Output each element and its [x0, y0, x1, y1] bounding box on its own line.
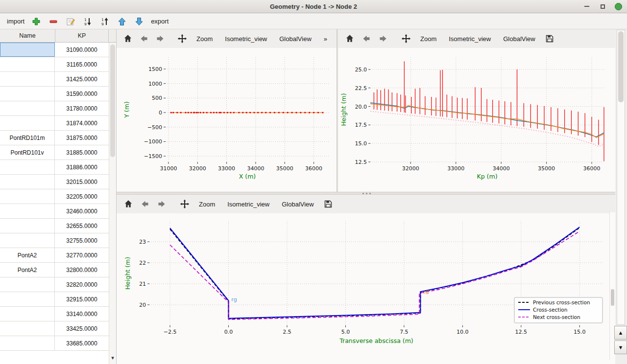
cell-name[interactable]: [0, 336, 55, 350]
isometric-view-button[interactable]: Isometric_view: [220, 33, 271, 45]
cell-name[interactable]: [0, 321, 55, 336]
import-button[interactable]: import: [7, 18, 24, 25]
table-row[interactable]: 32460.0000: [0, 204, 109, 219]
cell-name[interactable]: PontA2: [0, 248, 55, 262]
pan-button[interactable]: [176, 32, 189, 46]
cell-kp[interactable]: 31165.0000: [55, 57, 109, 71]
move-up-button[interactable]: [117, 16, 127, 27]
home-button[interactable]: [121, 32, 134, 46]
table-row[interactable]: PontA232770.0000: [0, 248, 109, 263]
edit-button[interactable]: [65, 16, 76, 27]
zoom-button[interactable]: Zoom: [192, 33, 217, 45]
cell-kp[interactable]: 33140.0000: [55, 307, 109, 321]
cell-name[interactable]: [0, 219, 55, 233]
close-button[interactable]: [614, 2, 622, 10]
column-header-kp[interactable]: KP: [55, 29, 109, 42]
cell-kp[interactable]: 33685.0000: [55, 336, 109, 350]
cell-name[interactable]: [0, 277, 55, 292]
table-row[interactable]: 33425.0000: [0, 321, 109, 336]
cell-kp[interactable]: 31090.0000: [55, 43, 109, 57]
cell-kp[interactable]: 32820.0000: [55, 277, 109, 292]
cell-kp[interactable]: 32655.0000: [55, 219, 109, 233]
maximize-button[interactable]: [599, 2, 606, 10]
forward-button[interactable]: [155, 198, 168, 211]
isometric-view-button[interactable]: Isometric_view: [223, 199, 274, 210]
cell-kp[interactable]: 31425.0000: [55, 72, 109, 86]
cell-name[interactable]: [0, 87, 55, 101]
window-scrollbar-thumb[interactable]: [618, 31, 624, 102]
delete-row-button[interactable]: [48, 16, 59, 27]
globalview-button[interactable]: GlobalView: [277, 199, 318, 210]
globalview-button[interactable]: GlobalView: [275, 33, 316, 45]
forward-button[interactable]: [154, 32, 167, 46]
back-button[interactable]: [360, 32, 373, 46]
table-scroll-down-button[interactable]: ▾: [109, 355, 116, 361]
table-row[interactable]: 31090.0000: [0, 43, 109, 57]
minimize-button[interactable]: [583, 2, 591, 10]
table-row[interactable]: PontRD101v31885.0000: [0, 145, 109, 160]
toolbar-overflow-button[interactable]: »: [319, 33, 332, 45]
table-row[interactable]: 31425.0000: [0, 72, 109, 87]
column-header-name[interactable]: Name: [0, 29, 55, 42]
cell-name[interactable]: [0, 189, 55, 204]
table-row[interactable]: 31590.0000: [0, 87, 109, 101]
cell-kp[interactable]: 32460.0000: [55, 204, 109, 218]
home-button[interactable]: [343, 32, 356, 46]
cell-kp[interactable]: 31886.0000: [55, 160, 109, 174]
cell-kp[interactable]: 32915.0000: [55, 292, 109, 306]
isometric-view-button[interactable]: Isometric_view: [444, 33, 495, 45]
table-scrollbar-thumb[interactable]: [110, 45, 115, 157]
pan-button[interactable]: [178, 198, 191, 211]
table-scrollbar[interactable]: ▾: [109, 43, 116, 364]
table-row[interactable]: 31780.0000: [0, 101, 109, 116]
cross-section-plot-canvas[interactable]: −2.50.02.55.07.510.012.515.020212223Tran…: [117, 213, 609, 355]
window-vertical-scrollbar[interactable]: [617, 30, 625, 325]
cell-name[interactable]: PontA2: [0, 263, 55, 277]
cell-kp[interactable]: 32015.0000: [55, 175, 109, 189]
table-row[interactable]: 31886.0000: [0, 160, 109, 175]
cell-name[interactable]: [0, 233, 55, 248]
save-button[interactable]: [322, 198, 335, 211]
cell-kp[interactable]: 33425.0000: [55, 321, 109, 336]
cell-kp[interactable]: 31874.0000: [55, 116, 109, 130]
scroll-down-button[interactable]: ▼: [614, 341, 627, 354]
table-row[interactable]: 32755.0000: [0, 233, 109, 248]
cell-name[interactable]: [0, 101, 55, 115]
table-row[interactable]: 33685.0000: [0, 336, 109, 351]
cell-name[interactable]: [0, 307, 55, 321]
table-row[interactable]: 31874.0000: [0, 116, 109, 131]
cell-kp[interactable]: 32205.0000: [55, 189, 109, 204]
figure-scrollbar-thumb[interactable]: [611, 289, 614, 306]
table-row[interactable]: 32015.0000: [0, 175, 109, 189]
cell-name[interactable]: [0, 204, 55, 218]
cell-name[interactable]: PontRD101v: [0, 145, 55, 159]
cell-kp[interactable]: 31590.0000: [55, 87, 109, 101]
back-button[interactable]: [138, 198, 151, 211]
cell-name[interactable]: [0, 43, 55, 57]
add-row-button[interactable]: [31, 16, 42, 27]
table-row[interactable]: 31165.0000: [0, 57, 109, 72]
cell-kp[interactable]: 31875.0000: [55, 131, 109, 145]
cell-kp[interactable]: 31885.0000: [55, 145, 109, 159]
move-down-button[interactable]: [134, 16, 145, 27]
table-row[interactable]: PontA232800.0000: [0, 263, 109, 277]
cell-kp[interactable]: 31780.0000: [55, 101, 109, 115]
profile-plot-canvas[interactable]: 320003300034000350003600012.515.017.520.…: [338, 48, 615, 192]
zoom-button[interactable]: Zoom: [194, 199, 219, 210]
cell-name[interactable]: [0, 175, 55, 189]
table-row[interactable]: PontRD101m31875.0000: [0, 131, 109, 145]
cell-kp[interactable]: 32755.0000: [55, 233, 109, 248]
export-button[interactable]: export: [151, 18, 169, 25]
forward-button[interactable]: [376, 32, 389, 46]
sort-ascending-button[interactable]: 19: [99, 16, 110, 27]
table-row[interactable]: 33140.0000: [0, 307, 109, 321]
save-button[interactable]: [543, 32, 556, 46]
sort-descending-button[interactable]: 19: [82, 16, 93, 27]
xy-plot-canvas[interactable]: 310003200033000340003500036000−1500−1000…: [117, 48, 337, 192]
cell-name[interactable]: [0, 116, 55, 130]
cell-name[interactable]: PontRD101m: [0, 131, 55, 145]
cell-kp[interactable]: 32770.0000: [55, 248, 109, 262]
table-row[interactable]: 32915.0000: [0, 292, 109, 307]
cell-name[interactable]: [0, 292, 55, 306]
cell-name[interactable]: [0, 72, 55, 86]
